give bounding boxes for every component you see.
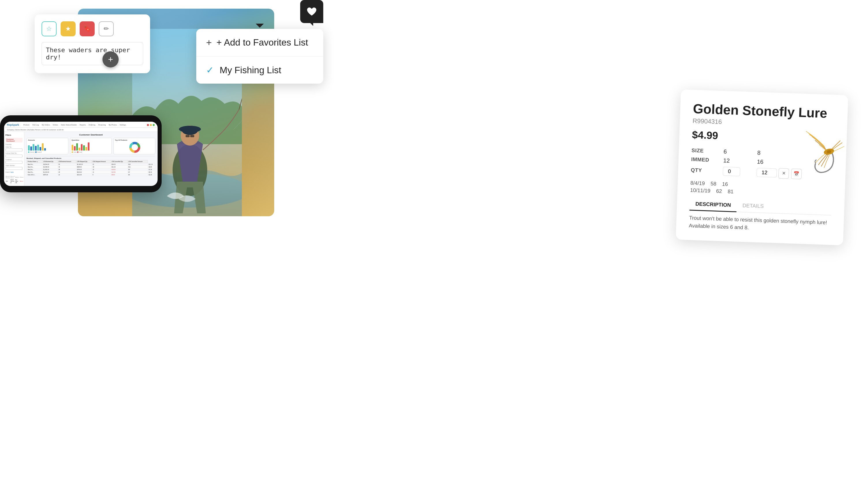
svg-point-5 [182, 126, 198, 135]
history-date-2: 10/11/19 [690, 187, 711, 194]
dashboard-title: Customer Dashboard [27, 133, 155, 136]
nav-product[interactable]: Product [23, 124, 30, 126]
nav-orders[interactable]: Orders [52, 124, 59, 126]
filter-ordernumber: Order Number [5, 165, 23, 170]
th-ltb-shipped-amt: LTB Shipped Amount [91, 160, 111, 163]
top-products-chart: Top 10 Products [113, 138, 155, 154]
th-ltb-shipped-qty: LTB Shipped Qty [76, 160, 91, 163]
nav-salesstatus[interactable]: Sales Status/Header [60, 124, 78, 126]
qbar-5 [81, 144, 83, 151]
favorites-heart-button[interactable] [300, 0, 323, 23]
th-ltb-booked-amt: LTB Booked Amount [58, 160, 76, 163]
amounts-chart: Amounts [27, 138, 68, 154]
products-table: Product Name ▲ LTB Booked Qty LTB Booked… [27, 160, 155, 176]
nav-reports[interactable]: Reports [79, 124, 87, 126]
tab-description[interactable]: DESCRIPTION [689, 198, 737, 212]
qty-input-8[interactable] [756, 168, 777, 177]
sidebar-table: Account Number Account Name Address Stat… [5, 175, 23, 184]
star-filled-icon[interactable]: ★ [61, 21, 76, 36]
add-favorites-label: + Add to Favorites List [216, 37, 308, 48]
close-btn[interactable] [147, 124, 149, 126]
bar-2 [30, 146, 32, 151]
bookmark-icon[interactable]: 🔖 [80, 21, 95, 36]
apply-filter-btn[interactable]: Apply [10, 171, 14, 173]
table-row: Men,Pro...$1,234.0029$534.0011$12.80$7$5… [27, 171, 155, 173]
history-val1-1: 58 [711, 181, 717, 187]
qbar-6 [83, 145, 85, 151]
repspark-logo: RepSpark [7, 124, 19, 126]
minimize-btn[interactable] [150, 124, 152, 126]
history-val2-1: 16 [722, 181, 728, 188]
table-header-row: Product Name ▲ LTB Booked Qty LTB Booked… [27, 160, 155, 163]
th-ltb-booked-qty: LTB Booked Qty [42, 160, 58, 163]
quantities-chart: Quantities [70, 138, 112, 154]
window-buttons [147, 124, 155, 126]
tablet-body: Filters Customer Dashboard Overview Orde… [4, 132, 158, 186]
filter-orderno: Order No. [5, 146, 23, 151]
th-product: Product Name ▲ [27, 160, 42, 163]
nav-myorders[interactable]: My Orders [41, 124, 51, 126]
delete-icon[interactable]: ✕ [778, 168, 789, 179]
product-tabs: DESCRIPTION DETAILS [689, 198, 832, 215]
bar-3 [33, 144, 34, 151]
nav-ordering[interactable]: Ordering [88, 124, 96, 126]
svg-point-15 [133, 145, 137, 150]
checkmark-icon: ✓ [206, 65, 214, 76]
nav-financing[interactable]: Financing [97, 124, 107, 126]
star-outline-icon[interactable]: ☆ [41, 21, 57, 36]
edit-icon[interactable]: ✏ [99, 21, 114, 36]
th-ltb-cancelled-amt: LTB Cancelled Amount [127, 160, 148, 163]
bar-1 [28, 145, 30, 151]
fishing-list-label: My Fishing List [220, 65, 281, 76]
qty-input-6[interactable] [723, 167, 740, 176]
filter-customer-input[interactable] [5, 161, 23, 164]
svg-rect-6 [186, 135, 190, 137]
history-date-1: 8/4/19 [690, 180, 705, 186]
tablet-frame: RepSpark Product Visit Log My Orders Ord… [0, 115, 162, 192]
filter-orderno-input[interactable] [5, 148, 23, 151]
table-row: Men,Pro...$1,892.0038$756.0015$18.50$9$7… [27, 168, 155, 171]
filter-customer: Customer [5, 158, 23, 164]
qbar-1 [72, 145, 73, 151]
immed-header: IMMED [691, 155, 723, 165]
cancel-filter-btn[interactable]: Cancel [5, 171, 10, 173]
qbar-2 [74, 146, 76, 151]
quantities-legend: Cat A Cat B [72, 151, 111, 153]
annotation-text[interactable]: These waders are super dry! [41, 42, 143, 65]
tab-details[interactable]: DETAILS [737, 199, 770, 214]
fly-lure-image [790, 128, 856, 182]
table-row: Men,Pro...$2,498.0044$998.0018$21.20$11$… [27, 166, 155, 168]
history-val1-2: 62 [716, 188, 722, 194]
th-ltb-cancelled-qty: LTB Cancelled Qty [111, 160, 127, 163]
history-val2-2: 81 [728, 189, 734, 195]
add-to-favorites-row[interactable]: + + Add to Favorites List [196, 29, 323, 56]
filter-lookup-input[interactable] [5, 155, 23, 157]
filters-title: Filters [5, 134, 23, 136]
tablet-sidebar: Filters Customer Dashboard Overview Orde… [4, 132, 24, 186]
filter-overview: Overview [5, 144, 23, 145]
quantities-bar-chart [72, 142, 111, 151]
qbar-4 [78, 147, 80, 151]
maximize-btn[interactable] [153, 124, 155, 126]
quantities-title: Quantities [72, 139, 111, 141]
my-fishing-list-row[interactable]: ✓ My Fishing List [196, 56, 323, 83]
qbar-3 [76, 143, 78, 151]
qbar-7 [85, 147, 87, 151]
amounts-legend: Series A Series B [28, 151, 67, 153]
amounts-bar-chart [28, 142, 67, 151]
customer-dashboard-link[interactable]: Customer Dashboard [5, 138, 23, 142]
tablet-topbar: RepSpark Product Visit Log My Orders Ord… [4, 122, 158, 128]
charts-row: Amounts [27, 138, 155, 154]
filter-ordernumber-input[interactable] [5, 167, 23, 170]
plus-button[interactable]: + [102, 51, 118, 67]
donut-chart [129, 142, 140, 152]
size-header: SIZE [691, 146, 724, 156]
favorites-container: + + Add to Favorites List ✓ My Fishing L… [196, 0, 323, 83]
nav-visitlog[interactable]: Visit Log [32, 124, 40, 126]
nav-settings[interactable]: Settings [119, 124, 127, 126]
product-description-text: Trout won't be able to resist this golde… [689, 214, 831, 234]
bar-6 [39, 147, 41, 151]
tablet-nav: Product Visit Log My Orders Orders Sales… [23, 124, 127, 126]
nav-myphotos[interactable]: My Photos [108, 124, 117, 126]
add-favorites-plus-icon: + [206, 37, 212, 48]
